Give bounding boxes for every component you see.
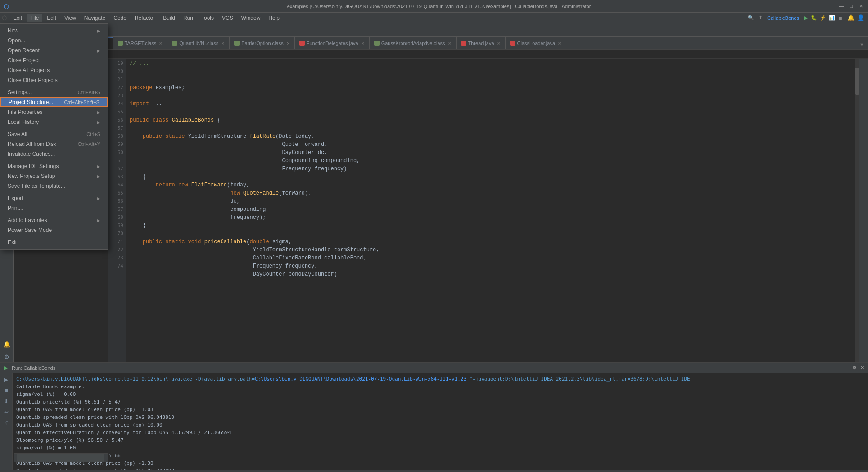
tab-close-target[interactable]: ✕ bbox=[159, 41, 163, 46]
tab-barrier-option[interactable]: BarrierOption.class ✕ bbox=[230, 37, 295, 49]
dd-item-close-all-projects[interactable]: Close All Projects bbox=[0, 65, 108, 75]
dd-shortcut-save-all: Ctrl+S bbox=[86, 132, 100, 137]
tab-classloader-java[interactable]: ClassLoader.java ✕ bbox=[506, 37, 566, 49]
run-settings-icon[interactable]: ⚙ bbox=[852, 365, 857, 371]
tab-thread-java[interactable]: Thread.java ✕ bbox=[457, 37, 506, 49]
run-icon: ▶ bbox=[4, 364, 8, 371]
tab-target-class[interactable]: TARGET.class ✕ bbox=[113, 37, 168, 49]
search-everywhere-icon[interactable]: 🔍 bbox=[748, 15, 754, 21]
bottom-inner: ▶ ⏹ ⬇ ↩ 🖨 C:\Users\bin.y.DIGQUANT\.jdks\… bbox=[0, 373, 868, 470]
menu-item-help[interactable]: Help bbox=[265, 14, 283, 22]
dd-item-invalidate-caches[interactable]: Invalidate Caches... bbox=[0, 149, 108, 159]
dd-item-power-save-mode[interactable]: Power Save Mode bbox=[0, 225, 108, 235]
console-path-link[interactable]: C:\Users\bin.y.DIGQUANT\Downloads\2021-0… bbox=[255, 376, 466, 382]
line-num-64: 64 bbox=[108, 181, 123, 189]
code-content[interactable]: // ... package examples; import ... publ… bbox=[126, 59, 859, 362]
debug-button[interactable]: 🐛 bbox=[811, 15, 817, 21]
minimize-button[interactable]: — bbox=[838, 3, 845, 9]
vcs-icon[interactable]: ⬆ bbox=[759, 15, 763, 21]
menu-item-run[interactable]: Run bbox=[180, 14, 197, 22]
dd-label-export: Export bbox=[8, 195, 23, 201]
dd-item-settings[interactable]: Settings... Ctrl+Alt+S bbox=[0, 87, 108, 97]
dd-item-local-history[interactable]: Local History ▶ bbox=[0, 117, 108, 127]
tab-close-classloader[interactable]: ✕ bbox=[558, 41, 561, 46]
tab-close-fd[interactable]: ✕ bbox=[361, 41, 365, 46]
right-sidebar bbox=[859, 59, 868, 362]
dd-label-add-to-favorites: Add to Favorites bbox=[8, 217, 47, 223]
console-line-9: QuantLib price/yld (%) 95.68 / 5.66 bbox=[16, 452, 864, 459]
menu-item-tools[interactable]: Tools bbox=[198, 14, 217, 22]
menu-item-file[interactable]: File bbox=[27, 14, 42, 22]
dd-arrow-local-history: ▶ bbox=[97, 120, 100, 125]
dd-item-exit[interactable]: Exit bbox=[0, 237, 108, 247]
dd-item-open[interactable]: Open... bbox=[0, 36, 108, 45]
run-stop-icon[interactable]: ⏹ bbox=[2, 386, 11, 395]
breadcrumb-bar: .../ ▲1 △3 ⑧8 ▶14 ▼ bbox=[0, 50, 868, 59]
app-icon: ⬡ bbox=[4, 3, 9, 10]
tab-quantlib-ni[interactable]: QuantLib/NI.class ✕ bbox=[167, 37, 230, 49]
console-line-3: QuantLib OAS from model clean price (bp)… bbox=[16, 406, 864, 413]
editor-scroll-thumb[interactable] bbox=[855, 68, 859, 95]
run-close-icon[interactable]: ✕ bbox=[860, 365, 864, 371]
class-icon-gauss bbox=[374, 41, 380, 46]
dd-item-print[interactable]: Print... bbox=[0, 203, 108, 213]
coverage-button[interactable]: ⚡ bbox=[820, 15, 826, 21]
menu-item-view[interactable]: View bbox=[61, 14, 80, 22]
close-button[interactable]: ✕ bbox=[858, 3, 864, 9]
dd-item-manage-ide-settings[interactable]: Manage IDE Settings ▶ bbox=[0, 161, 108, 171]
menu-item-build[interactable]: Build bbox=[159, 14, 179, 22]
line-num-69: 69 bbox=[108, 222, 123, 230]
tab-close-barrier[interactable]: ✕ bbox=[286, 41, 290, 46]
sidebar-settings-icon[interactable]: ⚙ bbox=[1, 351, 12, 362]
console-line-7: Bloomberg price/yld (%) 96.50 / 5.47 bbox=[16, 436, 864, 444]
sidebar-notifications-icon[interactable]: 🔔 bbox=[1, 339, 12, 349]
file-search-input[interactable] bbox=[17, 454, 104, 462]
dd-arrow-export: ▶ bbox=[97, 196, 100, 201]
avatar-icon[interactable]: 👤 bbox=[857, 14, 864, 21]
dd-item-close-other-projects[interactable]: Close Other Projects bbox=[0, 75, 108, 85]
dd-item-open-recent[interactable]: Open Recent ▶ bbox=[0, 45, 108, 55]
toolbar: 📁 ⬆ ⬇ ↩ | ⊕ bbox=[0, 23, 868, 37]
maximize-button[interactable]: □ bbox=[848, 3, 854, 9]
line-num-62: 62 bbox=[108, 165, 123, 173]
menu-item-exit[interactable]: Exit bbox=[9, 14, 26, 22]
dd-item-save-file-template[interactable]: Save File as Template... bbox=[0, 181, 108, 191]
tab-close-thread[interactable]: ✕ bbox=[497, 41, 501, 46]
menu-item-navigate[interactable]: Navigate bbox=[81, 14, 109, 22]
dd-item-add-to-favorites[interactable]: Add to Favorites ▶ bbox=[0, 215, 108, 225]
tab-close-gauss[interactable]: ✕ bbox=[448, 41, 452, 46]
more-tabs-icon[interactable]: ▼ bbox=[858, 40, 866, 49]
dd-item-close-project[interactable]: Close Project bbox=[0, 55, 108, 65]
menu-item-refactor[interactable]: Refactor bbox=[131, 14, 158, 22]
menu-item-vcs[interactable]: VCS bbox=[218, 14, 237, 22]
tab-function-delegates[interactable]: FunctionDelegates.java ✕ bbox=[295, 37, 370, 49]
run-print-icon[interactable]: 🖨 bbox=[2, 418, 11, 427]
line-num-21: 21 bbox=[108, 76, 123, 84]
menu-item-edit[interactable]: Edit bbox=[43, 14, 60, 22]
console-line-1: sigma/vol (%) = 0.00 bbox=[16, 390, 864, 398]
dd-item-export[interactable]: Export ▶ bbox=[0, 193, 108, 203]
menu-item-code[interactable]: Code bbox=[110, 14, 130, 22]
run-soft-wrap-icon[interactable]: ↩ bbox=[2, 408, 11, 417]
run-scroll-end-icon[interactable]: ⬇ bbox=[2, 397, 11, 406]
console-line-6: QuantLib effectiveDuration / convexity f… bbox=[16, 429, 864, 436]
run-rerun-icon[interactable]: ▶ bbox=[2, 375, 11, 384]
dd-item-new-projects-setup[interactable]: New Projects Setup ▶ bbox=[0, 171, 108, 181]
notifications-icon[interactable]: 🔔 bbox=[847, 14, 854, 21]
run-button[interactable]: ▶ bbox=[804, 14, 808, 21]
dd-item-project-structure[interactable]: Project Structure... Ctrl+Alt+Shift+S bbox=[0, 97, 108, 107]
dd-item-new[interactable]: New ▶ bbox=[0, 26, 108, 36]
dd-item-file-properties[interactable]: File Properties ▶ bbox=[0, 107, 108, 117]
tab-close-ni[interactable]: ✕ bbox=[221, 41, 225, 46]
line-num-58: 58 bbox=[108, 132, 123, 141]
profile-button[interactable]: 📊 bbox=[829, 15, 835, 21]
dd-item-reload-all[interactable]: Reload All from Disk Ctrl+Alt+Y bbox=[0, 139, 108, 149]
tab-label-fd: FunctionDelegates.java bbox=[307, 41, 358, 46]
dd-label-reload-all: Reload All from Disk bbox=[8, 141, 56, 147]
tab-gauss-kronrod[interactable]: GaussKronrodAdaptive.class ✕ bbox=[370, 37, 457, 49]
stop-button[interactable]: ⏹ bbox=[838, 15, 843, 21]
bottom-content: C:\Users\bin.y.DIGQUANT\.jdks\corretto-1… bbox=[13, 373, 868, 470]
editor-scrollbar[interactable] bbox=[855, 59, 859, 362]
menu-item-window[interactable]: Window bbox=[238, 14, 264, 22]
dd-item-save-all[interactable]: Save All Ctrl+S bbox=[0, 129, 108, 139]
